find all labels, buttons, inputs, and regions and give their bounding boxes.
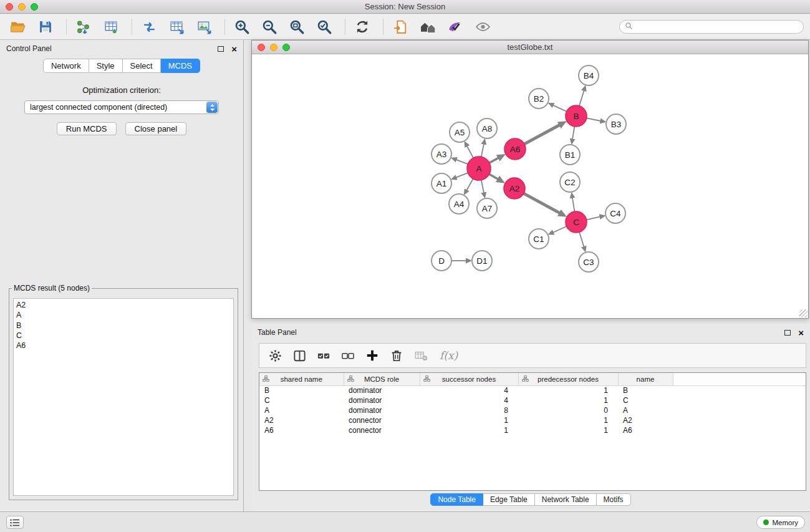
mcds-result-item[interactable]: B	[16, 321, 231, 331]
graph-edge-A-A5[interactable]	[467, 146, 473, 158]
add-row-icon[interactable]	[364, 347, 380, 364]
graph-node-A5[interactable]: A5	[450, 122, 470, 142]
graph-edge-C-C4[interactable]	[587, 216, 600, 220]
graph-node-B3[interactable]: B3	[606, 114, 626, 134]
table-cell[interactable]: A2	[259, 415, 344, 425]
node-table-container[interactable]: shared nameMCDS rolesuccessor nodesprede…	[259, 372, 806, 491]
column-header-shared-name[interactable]: shared name	[259, 373, 344, 385]
graph-edge-C-C1[interactable]	[553, 226, 567, 233]
table-cell[interactable]: B	[259, 385, 344, 395]
zoom-window-button[interactable]	[31, 3, 38, 11]
table-cell[interactable]: 1	[420, 425, 518, 435]
zoom-in-icon[interactable]	[233, 17, 251, 37]
help-icon[interactable]	[446, 17, 465, 37]
table-cell[interactable]: 1	[518, 415, 618, 425]
table-cell[interactable]: dominator	[344, 395, 420, 405]
graph-node-B[interactable]: B	[566, 105, 587, 127]
table-cell[interactable]: dominator	[344, 385, 420, 395]
graph-edge-A-A2[interactable]	[489, 174, 498, 179]
graph-node-A4[interactable]: A4	[449, 194, 469, 214]
graph-edge-A-A8[interactable]	[481, 144, 484, 157]
table-cell[interactable]: 1	[518, 395, 618, 405]
network-window-titlebar[interactable]: testGlobe.txt	[252, 41, 808, 54]
zoom-fit-icon[interactable]	[287, 17, 306, 37]
table-cell[interactable]: connector	[344, 425, 420, 435]
apply-layout-icon[interactable]	[353, 17, 372, 37]
table-cell[interactable]: C	[618, 395, 673, 405]
table-cell[interactable]: 1	[518, 385, 618, 395]
resize-grip[interactable]	[799, 309, 808, 317]
column-header-MCDS-role[interactable]: MCDS role	[344, 373, 420, 385]
mcds-result-item[interactable]: A6	[16, 341, 231, 351]
table-cell[interactable]: dominator	[344, 405, 420, 415]
graph-edge-A-A7[interactable]	[481, 180, 484, 193]
table-cell[interactable]: A	[259, 405, 344, 415]
graph-node-B1[interactable]: B1	[560, 145, 580, 165]
tab-style[interactable]: Style	[89, 59, 123, 73]
column-header-predecessor-nodes[interactable]: predecessor nodes	[518, 373, 618, 385]
tab-motifs[interactable]: Motifs	[597, 493, 631, 506]
zoom-selected-icon[interactable]	[315, 17, 334, 37]
memory-button[interactable]: Memory	[756, 516, 805, 529]
graph-edge-B-B2[interactable]	[553, 105, 567, 112]
column-header-name[interactable]: name	[618, 373, 673, 385]
tab-network-table[interactable]: Network Table	[535, 493, 597, 506]
graph-edge-B-B3[interactable]	[587, 118, 601, 121]
mcds-result-item[interactable]: C	[16, 331, 231, 341]
table-cell[interactable]: A2	[618, 415, 673, 425]
zoom-network-window-button[interactable]	[282, 44, 290, 51]
close-table-panel-icon[interactable]: ×	[798, 328, 804, 337]
graph-node-C3[interactable]: C3	[579, 252, 599, 272]
mcds-result-item[interactable]: A	[16, 310, 231, 320]
network-canvas[interactable]: AA6A2BCA1A3A4A5A7A8B1B2B3B4C1C2C3C4DD1	[252, 55, 808, 318]
columns-icon[interactable]	[291, 347, 307, 364]
node-table-row[interactable]: Bdominator41B	[259, 385, 806, 395]
import-table-icon[interactable]	[102, 17, 120, 37]
import-network-icon[interactable]	[74, 17, 93, 37]
table-cell[interactable]: connector	[344, 415, 420, 425]
tab-node-table[interactable]: Node Table	[430, 493, 483, 506]
select-all-icon[interactable]	[316, 347, 332, 364]
graph-edge-C-C3[interactable]	[579, 232, 584, 247]
table-cell[interactable]: B	[618, 385, 673, 395]
first-neighbors-icon[interactable]	[140, 17, 158, 37]
delete-table-icon[interactable]	[413, 347, 429, 364]
new-network-icon[interactable]	[167, 17, 186, 37]
table-cell[interactable]: C	[259, 395, 344, 405]
graph-edge-A2-C[interactable]	[524, 193, 560, 213]
tab-network[interactable]: Network	[43, 59, 89, 73]
close-window-button[interactable]	[6, 3, 13, 11]
table-cell[interactable]: A6	[259, 425, 344, 435]
show-hide-icon[interactable]	[473, 17, 492, 37]
graph-node-C1[interactable]: C1	[529, 229, 549, 249]
table-cell[interactable]: 8	[420, 405, 518, 415]
node-table-row[interactable]: Cdominator41C	[259, 395, 806, 405]
tab-edge-table[interactable]: Edge Table	[483, 493, 535, 506]
table-cell[interactable]: 1	[518, 425, 618, 435]
tab-select[interactable]: Select	[123, 59, 161, 73]
close-panel-button[interactable]: Close panel	[125, 122, 187, 135]
graph-node-A1[interactable]: A1	[432, 173, 451, 193]
graph-node-C[interactable]: C	[566, 211, 587, 233]
node-table-row[interactable]: Adominator80A	[259, 405, 806, 415]
node-table-row[interactable]: A2connector11A2	[259, 415, 806, 425]
table-cell[interactable]: 4	[420, 395, 518, 405]
table-cell[interactable]: A6	[618, 425, 673, 435]
graph-edge-A-A3[interactable]	[456, 160, 468, 164]
graph-edge-B-B4[interactable]	[579, 90, 584, 106]
settings-icon[interactable]	[267, 347, 283, 364]
float-table-panel-icon[interactable]	[784, 330, 791, 336]
graph-node-B2[interactable]: B2	[529, 89, 549, 109]
table-cell[interactable]: 0	[518, 405, 618, 415]
close-network-window-button[interactable]	[258, 44, 265, 51]
graph-node-D1[interactable]: D1	[472, 251, 492, 271]
graph-node-C2[interactable]: C2	[560, 172, 580, 192]
table-cell[interactable]: A	[618, 405, 673, 415]
table-cell[interactable]: 4	[420, 385, 518, 395]
optimization-criterion-select[interactable]: largest connected component (directed)	[24, 100, 219, 114]
graph-node-D[interactable]: D	[432, 251, 451, 271]
open-session-icon[interactable]	[9, 17, 27, 37]
graph-node-A2[interactable]: A2	[504, 178, 525, 199]
run-mcds-button[interactable]: Run MCDS	[57, 122, 117, 135]
graph-node-A7[interactable]: A7	[477, 198, 497, 218]
